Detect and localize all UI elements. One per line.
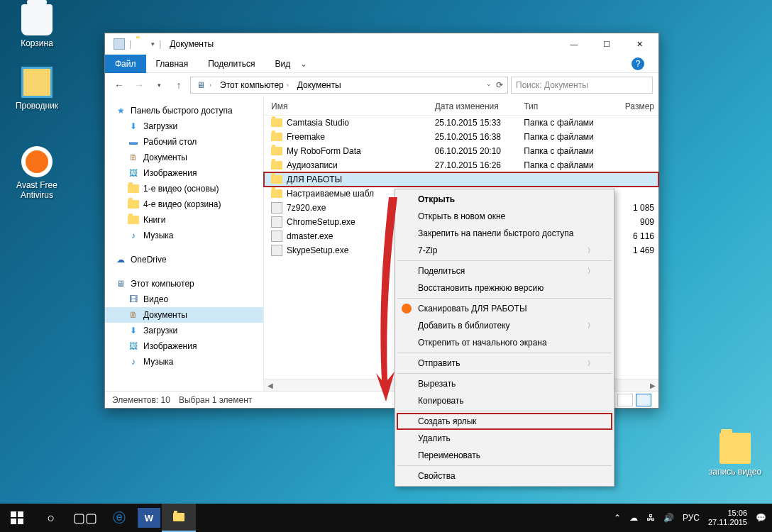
file-row[interactable]: Camtasia Studio25.10.2015 15:33Папка с ф… xyxy=(264,116,658,130)
start-button[interactable] xyxy=(0,504,34,532)
taskbar-edge[interactable]: ⓔ xyxy=(102,504,136,532)
col-date[interactable]: Дата изменения xyxy=(435,101,524,111)
nav-downloads[interactable]: ⬇Загрузки xyxy=(105,118,263,134)
tab-view[interactable]: Вид xyxy=(265,55,300,73)
nav-this-pc[interactable]: 🖥Этот компьютер xyxy=(105,276,263,292)
taskbar-search[interactable]: ○ xyxy=(34,504,68,532)
col-type[interactable]: Тип xyxy=(524,101,612,111)
col-size[interactable]: Размер xyxy=(612,101,658,111)
address-dropdown-icon[interactable]: ⌄ xyxy=(486,80,492,90)
expand-ribbon-icon[interactable]: ⌄ xyxy=(300,59,314,69)
qat-chevron[interactable]: ▾ xyxy=(151,40,155,48)
file-row[interactable]: My RoboForm Data06.10.2015 20:10Папка с … xyxy=(264,144,658,158)
ctx-create-shortcut[interactable]: Создать ярлык xyxy=(397,413,612,430)
nav-back-button[interactable]: ← xyxy=(111,77,128,94)
properties-icon[interactable] xyxy=(114,38,125,50)
nav-video[interactable]: 🎞Видео xyxy=(105,292,263,307)
nav-downloads2[interactable]: ⬇Загрузки xyxy=(105,323,263,338)
view-details-button[interactable] xyxy=(617,394,633,406)
tab-home[interactable]: Главная xyxy=(146,55,199,73)
crumb-docs[interactable]: Документы xyxy=(297,80,341,90)
view-large-button[interactable] xyxy=(636,394,651,406)
ctx-unpin-start[interactable]: Открепить от начального экрана xyxy=(397,334,612,351)
taskbar-explorer[interactable] xyxy=(162,504,196,532)
tray-notifications-icon[interactable]: 💬 xyxy=(756,513,766,523)
ctx-cut[interactable]: Вырезать xyxy=(397,375,612,392)
ctx-restore[interactable]: Восстановить прежнюю версию xyxy=(397,279,612,297)
refresh-icon[interactable]: ⟳ xyxy=(496,80,503,90)
clock-date: 27.11.2015 xyxy=(708,518,747,527)
tray-language[interactable]: РУС xyxy=(683,513,700,523)
nav-pictures[interactable]: 🖼Изображения xyxy=(105,165,263,181)
file-size: 6 116 xyxy=(612,231,658,241)
search-input[interactable]: Поиск: Документы xyxy=(511,77,653,94)
nav-books[interactable]: Книги xyxy=(105,212,263,228)
file-row[interactable]: ДЛЯ РАБОТЫ xyxy=(264,172,658,187)
ctx-send-to[interactable]: Отправить〉 xyxy=(397,355,612,372)
help-button[interactable]: ? xyxy=(632,57,653,70)
desktop-explorer[interactable]: Проводник xyxy=(9,67,65,111)
desktop-recycle-bin[interactable]: Корзина xyxy=(9,4,65,48)
desktop-record-video[interactable]: запись видео xyxy=(707,433,763,477)
file-row[interactable]: Аудиозаписи27.10.2015 16:26Папка с файла… xyxy=(264,158,658,172)
nav-quick-access[interactable]: ★Панель быстрого доступа xyxy=(105,103,263,118)
new-folder-icon[interactable] xyxy=(136,38,147,50)
nav-desktop[interactable]: ▬Рабочий стол xyxy=(105,134,263,150)
close-button[interactable]: ✕ xyxy=(623,34,656,54)
titlebar[interactable]: | ▾ | Документы — ☐ ✕ xyxy=(105,33,658,55)
desktop-avast[interactable]: Avast Free Antivirus xyxy=(9,146,65,200)
video-icon: 🎞 xyxy=(128,294,139,305)
documents-icon: 🗎 xyxy=(128,152,139,163)
nav-vid1[interactable]: 1-е видео (основы) xyxy=(105,181,263,196)
nav-music[interactable]: ♪Музыка xyxy=(105,228,263,243)
folder-icon xyxy=(271,175,282,184)
ctx-library[interactable]: Добавить в библиотеку〉 xyxy=(397,317,612,334)
ctx-copy[interactable]: Копировать xyxy=(397,392,612,409)
file-name: Camtasia Studio xyxy=(287,118,349,128)
scroll-left-icon[interactable]: ◀ xyxy=(264,382,276,389)
ctx-open-new[interactable]: Открыть в новом окне xyxy=(397,208,612,225)
ctx-properties[interactable]: Свойства xyxy=(397,467,612,484)
nav-forward-button[interactable]: → xyxy=(131,77,148,94)
nav-documents2[interactable]: 🗎Документы xyxy=(105,307,263,323)
ctx-delete[interactable]: Удалить xyxy=(397,430,612,447)
file-row[interactable]: Freemake25.10.2015 16:38Папка с файлами xyxy=(264,130,658,144)
ctx-open[interactable]: Открыть xyxy=(397,191,612,208)
taskbar-taskview[interactable]: ▢▢ xyxy=(68,504,102,532)
nav-pictures2[interactable]: 🖼Изображения xyxy=(105,338,263,354)
taskbar-word[interactable]: W xyxy=(138,508,160,528)
nav-recent-button[interactable]: ▾ xyxy=(150,77,167,94)
svg-rect-1 xyxy=(18,511,23,517)
svg-rect-2 xyxy=(11,519,16,524)
crumb-pc[interactable]: Этот компьютер xyxy=(220,80,284,90)
tab-share[interactable]: Поделиться xyxy=(198,55,265,73)
pc-icon: 🖥 xyxy=(115,278,126,289)
tab-file[interactable]: Файл xyxy=(105,55,146,73)
minimize-button[interactable]: — xyxy=(558,34,590,54)
ctx-share[interactable]: Поделиться〉 xyxy=(397,262,612,279)
tray-speaker-icon[interactable]: 🔊 xyxy=(663,513,674,523)
tray-onedrive-icon[interactable]: ☁ xyxy=(629,513,638,523)
address-bar[interactable]: 🖥› Этот компьютер› Документы ⌄ ⟳ xyxy=(190,77,508,94)
ctx-rename[interactable]: Переименовать xyxy=(397,447,612,464)
file-name: SkypeSetup.exe xyxy=(287,245,348,255)
ctx-pin-quick[interactable]: Закрепить на панели быстрого доступа xyxy=(397,225,612,242)
file-name: dmaster.exe xyxy=(287,231,333,241)
nav-onedrive[interactable]: ☁OneDrive xyxy=(105,252,263,267)
ctx-scan[interactable]: Сканировать ДЛЯ РАБОТЫ xyxy=(397,300,612,317)
folder-icon xyxy=(719,433,751,464)
tray-network-icon[interactable]: 🖧 xyxy=(646,513,655,523)
tray-up-icon[interactable]: ⌃ xyxy=(614,513,621,523)
maximize-button[interactable]: ☐ xyxy=(590,34,623,54)
nav-up-button[interactable]: ↑ xyxy=(170,77,187,94)
ctx-7zip[interactable]: 7-Zip〉 xyxy=(397,242,612,259)
nav-documents[interactable]: 🗎Документы xyxy=(105,150,263,165)
label: запись видео xyxy=(707,467,763,477)
col-name[interactable]: Имя xyxy=(264,101,435,111)
scroll-right-icon[interactable]: ▶ xyxy=(646,382,658,389)
status-items: Элементов: 10 xyxy=(112,395,170,405)
tray-clock[interactable]: 15:06 27.11.2015 xyxy=(708,509,747,527)
nav-vid4[interactable]: 4-е видео (корзина) xyxy=(105,196,263,212)
nav-music2[interactable]: ♪Музыка xyxy=(105,354,263,370)
folder-icon xyxy=(271,161,282,170)
